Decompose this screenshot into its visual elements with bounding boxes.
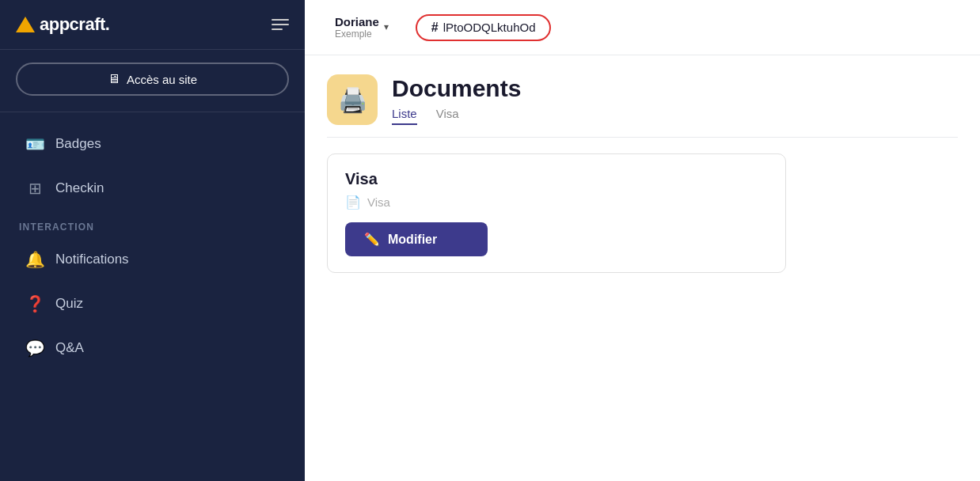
quiz-icon: ❓	[25, 294, 44, 313]
card-title: Visa	[345, 170, 768, 188]
sidebar-item-notifications[interactable]: 🔔 Notifications	[6, 239, 298, 280]
topbar: Doriane Exemple ▾ # lPtoODQLktuhOd	[305, 0, 980, 55]
tab-visa[interactable]: Visa	[436, 107, 459, 125]
section-interaction-label: INTERACTION	[0, 210, 305, 237]
chevron-down-icon: ▾	[384, 21, 389, 32]
qna-icon: 💬	[25, 339, 44, 358]
sidebar-item-qna[interactable]: 💬 Q&A	[6, 328, 298, 369]
modifier-button[interactable]: ✏️ Modifier	[345, 222, 488, 256]
documents-icon: 🖨️	[338, 86, 367, 114]
notifications-icon: 🔔	[25, 250, 44, 269]
logo-triangle-icon	[16, 17, 35, 32]
sidebar-item-quiz[interactable]: ❓ Quiz	[6, 283, 298, 324]
content-area: 🖨️ Documents Liste Visa Visa 📄 Visa ✏️ M…	[305, 55, 980, 481]
sidebar-item-checkin-label: Checkin	[55, 180, 104, 196]
hash-badge[interactable]: # lPtoODQLktuhOd	[416, 14, 552, 41]
modifier-btn-label: Modifier	[388, 233, 437, 247]
tab-divider	[327, 137, 958, 138]
sidebar: appcraft. 🖥 Accès au site 🪪 Badges ⊞ Che…	[0, 0, 305, 481]
sidebar-divider	[0, 112, 305, 112]
sidebar-item-quiz-label: Quiz	[55, 296, 83, 312]
page-header: 🖨️ Documents Liste Visa	[327, 74, 958, 125]
user-info: Doriane Exemple	[335, 15, 379, 40]
sidebar-item-badges-label: Badges	[55, 136, 101, 152]
page-title: Documents	[392, 75, 521, 102]
user-name: Doriane	[335, 15, 379, 28]
card-file-label: Visa	[367, 195, 390, 209]
pencil-icon: ✏️	[364, 232, 380, 247]
logo: appcraft.	[16, 14, 109, 35]
user-selector[interactable]: Doriane Exemple ▾	[327, 10, 397, 44]
sidebar-nav: 🪪 Badges ⊞ Checkin INTERACTION 🔔 Notific…	[0, 116, 305, 377]
file-icon: 📄	[345, 195, 361, 210]
access-site-button[interactable]: 🖥 Accès au site	[16, 62, 289, 96]
access-site-label: Accès au site	[127, 73, 197, 86]
sidebar-item-checkin[interactable]: ⊞ Checkin	[6, 168, 298, 209]
badges-icon: 🪪	[25, 134, 44, 153]
hamburger-menu-icon[interactable]	[272, 19, 289, 30]
logo-text: appcraft.	[40, 14, 109, 35]
visa-card: Visa 📄 Visa ✏️ Modifier	[327, 153, 786, 273]
tabs: Liste Visa	[392, 107, 521, 125]
user-subtitle: Exemple	[335, 28, 379, 40]
sidebar-item-qna-label: Q&A	[55, 340, 84, 356]
sidebar-item-notifications-label: Notifications	[55, 252, 129, 267]
page-title-area: Documents Liste Visa	[392, 75, 521, 125]
hash-code-text: lPtoODQLktuhOd	[443, 21, 536, 34]
page-icon: 🖨️	[327, 74, 378, 125]
main-content: Doriane Exemple ▾ # lPtoODQLktuhOd 🖨️ Do…	[305, 0, 980, 481]
monitor-icon: 🖥	[108, 72, 120, 86]
sidebar-header: appcraft.	[0, 0, 305, 50]
card-file-info: 📄 Visa	[345, 195, 768, 210]
hash-icon: #	[431, 21, 439, 35]
sidebar-item-badges[interactable]: 🪪 Badges	[6, 123, 298, 165]
tab-liste[interactable]: Liste	[392, 107, 417, 125]
checkin-icon: ⊞	[25, 179, 44, 198]
